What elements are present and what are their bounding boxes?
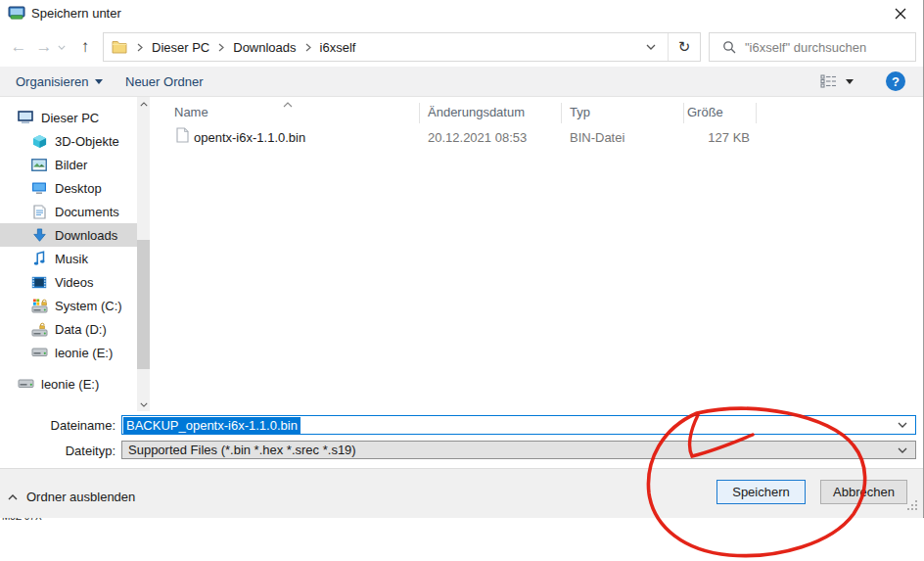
- filetype-label: Dateityp:: [0, 444, 116, 458]
- view-details-button[interactable]: [820, 74, 837, 88]
- column-separator: [683, 103, 684, 123]
- sidebar-item-label: leonie (E:): [41, 377, 99, 392]
- videos-icon: [30, 276, 48, 289]
- sidebar-item-label: Desktop: [55, 181, 102, 196]
- screen: M5Z 07X Speichern unter ← → ↑: [0, 0, 924, 561]
- sidebar-item-desktop[interactable]: Desktop: [0, 176, 137, 200]
- organize-label: Organisieren: [16, 74, 88, 89]
- sidebar-item-downloads[interactable]: Downloads: [0, 223, 137, 247]
- music-icon: [30, 251, 48, 266]
- sidebar-item-dieser-pc[interactable]: Dieser PC: [0, 106, 137, 129]
- filetype-select[interactable]: Supported Files (*.bin *.hex *.srec *.s1…: [121, 441, 916, 459]
- sidebar-item-data-d[interactable]: Data (D:): [0, 317, 137, 341]
- drive-icon: [30, 348, 48, 357]
- column-separator: [419, 103, 420, 123]
- sidebar-item-leonie-e[interactable]: leonie (E:): [0, 341, 137, 364]
- back-button[interactable]: ←: [6, 33, 31, 61]
- sidebar-item-system-c[interactable]: System (C:): [0, 294, 137, 317]
- scroll-up-icon[interactable]: [137, 97, 150, 111]
- title-bar: Speichern unter: [0, 0, 923, 27]
- resize-grip[interactable]: [906, 497, 918, 515]
- file-list: Name Änderungsdatum Typ Größe opentx-i6x…: [157, 97, 923, 411]
- cancel-button[interactable]: Abbrechen: [820, 480, 907, 504]
- hide-folders-label: Ordner ausblenden: [26, 490, 135, 504]
- app-icon: [8, 6, 25, 24]
- address-bar[interactable]: Dieser PC Downloads i6xself ↻: [103, 32, 701, 62]
- column-header-name[interactable]: Name: [174, 102, 208, 123]
- sidebar-item-3d-objekte[interactable]: 3D-Objekte: [0, 129, 137, 153]
- sidebar-item-musik[interactable]: Musik: [0, 247, 137, 270]
- filetype-dropdown-chevron-icon[interactable]: [898, 447, 907, 453]
- drive-icon: [17, 379, 34, 389]
- sidebar-item-label: leonie (E:): [55, 346, 113, 360]
- file-size-cell: 127 KB: [683, 127, 750, 148]
- address-dropdown-chevron-icon[interactable]: [634, 44, 668, 50]
- scrollbar-thumb[interactable]: [137, 240, 150, 369]
- search-icon: [722, 40, 736, 54]
- scroll-down-icon[interactable]: [137, 397, 150, 411]
- sidebar-item-label: Videos: [55, 275, 94, 290]
- sidebar-item-label: Documents: [55, 205, 119, 219]
- command-bar: Organisieren Neuer Ordner ?: [0, 67, 923, 97]
- new-folder-button[interactable]: Neuer Ordner: [117, 67, 210, 96]
- sidebar-item-documents[interactable]: Documents: [0, 200, 137, 223]
- breadcrumb-chevron-icon: [213, 43, 229, 52]
- refresh-button[interactable]: ↻: [669, 33, 700, 61]
- sidebar-item-label: Downloads: [55, 228, 117, 243]
- file-fields: Dateiname: BACKUP_opentx-i6x-1.1.0.bin D…: [0, 411, 923, 468]
- sidebar-item-label: Musik: [55, 252, 88, 266]
- history-chevron-icon[interactable]: [53, 33, 70, 61]
- navigation-pane: Dieser PC3D-ObjekteBilderDesktopDocument…: [0, 97, 137, 411]
- sidebar-item-leonie-e[interactable]: leonie (E:): [0, 372, 137, 396]
- background-photo-strip: [776, 518, 924, 533]
- sidebar-item-label: 3D-Objekte: [55, 134, 119, 149]
- folder-icon: [104, 40, 132, 54]
- dialog-content: Dieser PC3D-ObjekteBilderDesktopDocument…: [0, 97, 923, 411]
- save-as-dialog: Speichern unter ← → ↑ Dieser PC Download…: [0, 0, 924, 518]
- up-button[interactable]: ↑: [72, 33, 98, 61]
- sidebar-item-bilder[interactable]: Bilder: [0, 153, 137, 176]
- locked-drive-icon: [30, 322, 48, 337]
- chevron-down-icon: [95, 79, 103, 84]
- organize-button[interactable]: Organisieren: [8, 67, 111, 96]
- save-button[interactable]: Speichern: [716, 480, 806, 504]
- breadcrumb-this-pc[interactable]: Dieser PC: [148, 40, 213, 55]
- navigation-bar: ← → ↑ Dieser PC Downloads i6xself: [0, 27, 923, 67]
- breadcrumb-i6xself[interactable]: i6xself: [316, 40, 360, 55]
- sidebar-scrollbar[interactable]: [137, 97, 150, 411]
- search-box[interactable]: [709, 32, 916, 62]
- filetype-value: Supported Files (*.bin *.hex *.srec *.s1…: [128, 443, 356, 457]
- column-separator: [561, 103, 562, 123]
- file-icon: [176, 127, 189, 148]
- column-header-modified[interactable]: Änderungsdatum: [428, 102, 525, 123]
- file-modified-cell: 20.12.2021 08:53: [428, 127, 527, 148]
- filename-input[interactable]: BACKUP_opentx-i6x-1.1.0.bin: [121, 415, 916, 435]
- sidebar-item-label: Dieser PC: [41, 111, 99, 125]
- desktop-icon: [30, 181, 48, 195]
- system-drive-icon: [30, 299, 48, 313]
- view-dropdown-chevron-icon[interactable]: [846, 79, 854, 84]
- hide-folders-toggle[interactable]: Ordner ausblenden: [8, 490, 135, 504]
- 3d-objects-icon: [30, 134, 48, 149]
- column-header-type[interactable]: Typ: [570, 102, 590, 123]
- window-title: Speichern unter: [31, 6, 121, 21]
- column-separator: [756, 103, 757, 123]
- sidebar-item-label: Data (D:): [55, 322, 107, 337]
- sidebar-item-label: Bilder: [55, 158, 87, 172]
- filename-label: Dateiname:: [0, 418, 116, 433]
- sidebar-item-videos[interactable]: Videos: [0, 270, 137, 294]
- breadcrumb-downloads[interactable]: Downloads: [229, 40, 300, 55]
- help-button[interactable]: ?: [886, 71, 905, 91]
- file-type-cell: BIN-Datei: [570, 127, 624, 148]
- table-row[interactable]: opentx-i6x-1.1.0.bin20.12.2021 08:53BIN-…: [157, 127, 763, 148]
- close-icon: [895, 8, 906, 20]
- breadcrumb-chevron-icon: [300, 43, 316, 52]
- dialog-footer: Ordner ausblenden Speichern Abbrechen: [0, 468, 923, 518]
- pictures-icon: [30, 159, 48, 171]
- filename-selected-text: BACKUP_opentx-i6x-1.1.0.bin: [123, 417, 300, 434]
- column-header-size[interactable]: Größe: [687, 102, 723, 123]
- close-button[interactable]: [886, 2, 915, 25]
- downloads-icon: [30, 228, 48, 243]
- search-input[interactable]: [745, 40, 901, 55]
- filename-dropdown-chevron-icon[interactable]: [898, 422, 907, 428]
